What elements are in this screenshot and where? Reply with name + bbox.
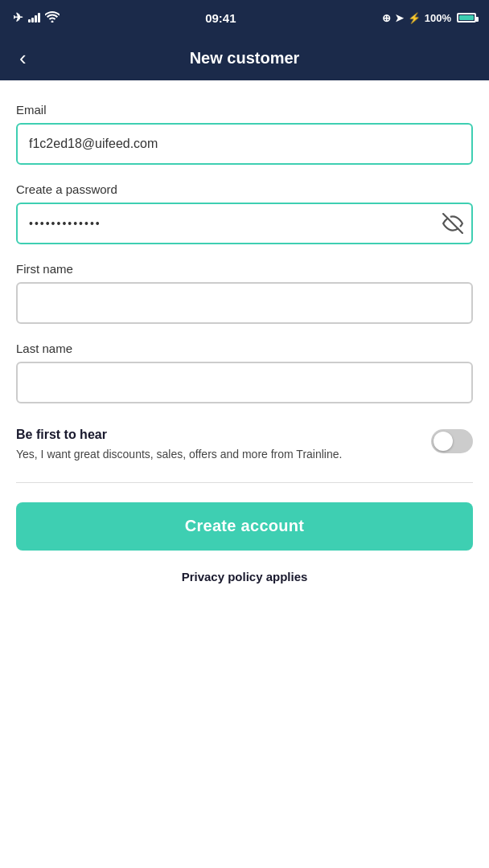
divider — [16, 482, 473, 483]
promo-text-block: Be first to hear Yes, I want great disco… — [16, 428, 421, 463]
privacy-policy-link[interactable]: Privacy policy applies — [16, 570, 473, 583]
status-right: ⊕ ➤ ⚡ 100% — [382, 12, 476, 24]
last-name-label: Last name — [16, 342, 473, 355]
signal-icon — [28, 13, 40, 23]
airplane-icon: ✈ — [13, 10, 23, 25]
last-name-field-group: Last name — [16, 342, 473, 403]
email-label: Email — [16, 103, 473, 117]
create-account-button[interactable]: Create account — [16, 502, 473, 551]
first-name-input[interactable] — [16, 282, 473, 324]
toggle-password-button[interactable] — [442, 213, 463, 234]
eye-slash-icon — [442, 213, 463, 234]
back-button[interactable]: ‹ — [13, 44, 33, 72]
password-wrapper — [16, 203, 473, 244]
last-name-input[interactable] — [16, 362, 473, 403]
email-input[interactable] — [16, 123, 473, 165]
wifi-icon — [45, 11, 60, 25]
password-field-group: Create a password — [16, 182, 473, 244]
location-icon: ⊕ — [382, 12, 391, 24]
status-bar: ✈ 09:41 ⊕ ➤ ⚡ 100% — [0, 0, 489, 35]
promo-title: Be first to hear — [16, 428, 421, 442]
nav-header: ‹ New customer — [0, 35, 489, 80]
password-input[interactable] — [16, 203, 473, 244]
status-time: 09:41 — [205, 11, 236, 25]
back-chevron-icon: ‹ — [19, 46, 27, 70]
battery-icon — [457, 13, 476, 23]
toggle-knob — [434, 432, 453, 451]
first-name-field-group: First name — [16, 262, 473, 324]
battery-percentage: 100% — [425, 12, 451, 24]
promo-toggle[interactable] — [431, 429, 473, 453]
email-field-group: Email — [16, 103, 473, 165]
gps-icon: ➤ — [395, 12, 404, 24]
promo-section: Be first to hear Yes, I want great disco… — [16, 421, 473, 479]
form-container: Email Create a password First name Last … — [0, 80, 489, 616]
page-title: New customer — [190, 49, 300, 68]
password-label: Create a password — [16, 182, 473, 196]
status-left: ✈ — [13, 10, 60, 25]
bluetooth-icon: ⚡ — [408, 12, 421, 24]
promo-description: Yes, I want great discounts, sales, offe… — [16, 447, 421, 463]
first-name-label: First name — [16, 262, 473, 276]
